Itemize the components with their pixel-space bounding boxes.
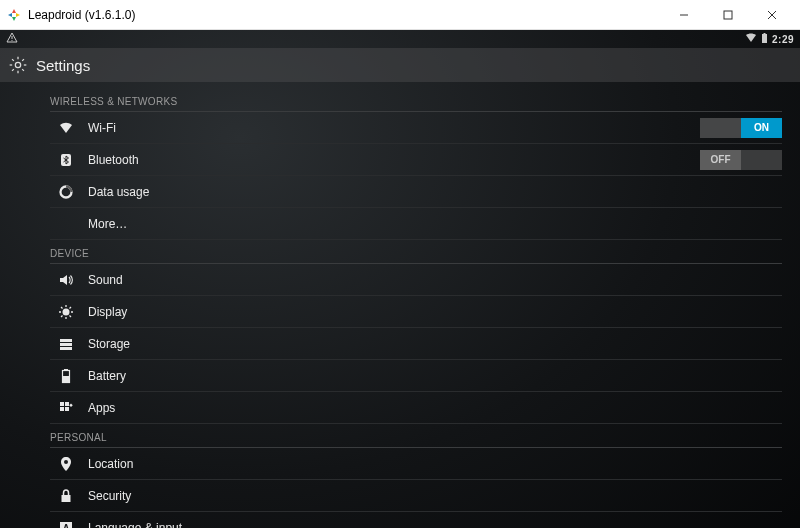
row-bluetooth[interactable]: Bluetooth OFF (50, 144, 782, 176)
row-label: Bluetooth (88, 153, 700, 167)
wifi-icon (58, 120, 74, 136)
row-sound[interactable]: Sound (50, 264, 782, 296)
clock: 2:29 (772, 34, 794, 45)
display-icon (58, 304, 74, 320)
section-personal: PERSONAL (50, 424, 782, 448)
svg-rect-5 (724, 11, 732, 19)
svg-point-45 (64, 460, 68, 464)
svg-marker-24 (60, 275, 67, 285)
settings-header: Settings (0, 48, 800, 82)
svg-point-25 (63, 308, 70, 315)
svg-marker-0 (12, 9, 16, 13)
row-more[interactable]: More… (50, 208, 782, 240)
svg-line-20 (12, 69, 14, 71)
row-label: Storage (88, 337, 782, 351)
row-wifi[interactable]: Wi-Fi ON (50, 112, 782, 144)
svg-rect-34 (60, 339, 72, 342)
svg-rect-12 (762, 34, 767, 43)
row-label: Location (88, 457, 782, 471)
row-label: Apps (88, 401, 782, 415)
data-usage-icon (58, 184, 74, 200)
row-label: Data usage (88, 185, 782, 199)
row-label: More… (88, 217, 782, 231)
svg-point-13 (15, 62, 20, 67)
svg-line-33 (70, 307, 72, 309)
bluetooth-icon (58, 152, 74, 168)
wifi-status-icon (745, 33, 757, 45)
row-label: Battery (88, 369, 782, 383)
svg-rect-40 (60, 402, 64, 406)
row-label: Language & input (88, 521, 782, 529)
svg-rect-46 (62, 495, 71, 502)
row-location[interactable]: Location (50, 448, 782, 480)
svg-rect-43 (60, 407, 64, 411)
apps-icon (58, 400, 74, 416)
svg-line-19 (22, 69, 24, 71)
section-device: DEVICE (50, 240, 782, 264)
svg-line-18 (12, 59, 14, 61)
app-logo-icon (6, 7, 22, 23)
row-battery[interactable]: Battery (50, 360, 782, 392)
row-data-usage[interactable]: Data usage (50, 176, 782, 208)
svg-point-10 (11, 40, 12, 41)
row-label: Wi-Fi (88, 121, 700, 135)
toggle-off-label: OFF (700, 150, 741, 170)
row-label: Display (88, 305, 782, 319)
maximize-button[interactable] (706, 0, 750, 30)
location-icon (58, 456, 74, 472)
svg-rect-35 (60, 343, 72, 346)
titlebar: Leapdroid (v1.6.1.0) (0, 0, 800, 30)
toggle-on-label: ON (741, 118, 782, 138)
svg-rect-44 (65, 407, 69, 411)
close-button[interactable] (750, 0, 794, 30)
svg-marker-3 (8, 13, 12, 17)
window: Leapdroid (v1.6.1.0) (0, 0, 800, 528)
lock-icon (58, 488, 74, 504)
svg-line-32 (61, 315, 63, 317)
row-security[interactable]: Security (50, 480, 782, 512)
svg-line-21 (22, 59, 24, 61)
svg-marker-1 (16, 13, 20, 17)
svg-rect-36 (60, 347, 72, 350)
svg-line-31 (70, 315, 72, 317)
warning-icon (6, 32, 18, 46)
window-title: Leapdroid (v1.6.1.0) (28, 8, 135, 22)
svg-rect-39 (63, 376, 70, 383)
wifi-toggle[interactable]: ON (700, 118, 782, 138)
battery-icon (58, 368, 74, 384)
row-display[interactable]: Display (50, 296, 782, 328)
row-language[interactable]: A Language & input (50, 512, 782, 528)
android-screen: 2:29 Settings WIRELESS & NETWORKS Wi-Fi … (0, 30, 800, 528)
row-label: Sound (88, 273, 782, 287)
sound-icon (58, 272, 74, 288)
minimize-button[interactable] (662, 0, 706, 30)
section-wireless-networks: WIRELESS & NETWORKS (50, 88, 782, 112)
row-apps[interactable]: Apps (50, 392, 782, 424)
gear-icon (8, 55, 28, 75)
svg-rect-42 (69, 403, 73, 407)
row-storage[interactable]: Storage (50, 328, 782, 360)
page-title: Settings (36, 57, 90, 74)
svg-text:A: A (62, 523, 69, 529)
svg-line-30 (61, 307, 63, 309)
storage-icon (58, 336, 74, 352)
battery-status-icon (761, 33, 768, 46)
settings-list[interactable]: WIRELESS & NETWORKS Wi-Fi ON Bluetooth O… (0, 82, 800, 528)
status-bar: 2:29 (0, 30, 800, 48)
svg-rect-11 (763, 33, 765, 34)
language-icon: A (58, 520, 74, 529)
bluetooth-toggle[interactable]: OFF (700, 150, 782, 170)
row-label: Security (88, 489, 782, 503)
svg-rect-41 (65, 402, 69, 406)
svg-marker-2 (12, 17, 16, 21)
